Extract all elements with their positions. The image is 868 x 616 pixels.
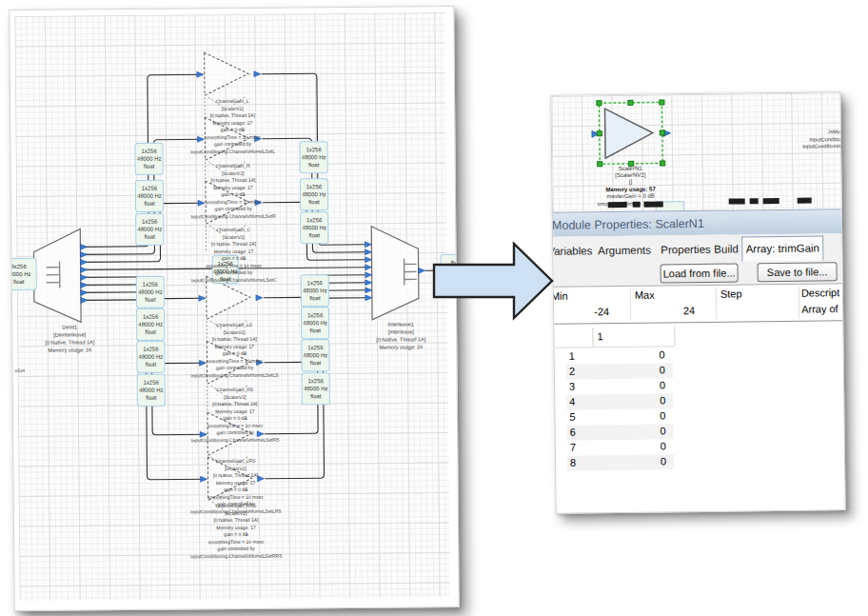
max-value: 24 — [649, 305, 695, 317]
description-value: Array of — [801, 303, 838, 314]
trimgain-cell[interactable]: 0 — [660, 409, 665, 421]
scaler-channelgain-l[interactable] — [205, 52, 248, 95]
trimgain-cell[interactable]: 0 — [660, 394, 665, 406]
step-column-label: Step — [720, 288, 742, 299]
clipped-shape — [750, 198, 759, 204]
trimgain-cell[interactable]: 0 — [660, 379, 665, 390]
tab-build[interactable]: Build — [714, 243, 739, 254]
trimgain-cell[interactable]: 0 — [660, 425, 665, 436]
column-divider — [716, 288, 717, 320]
module-properties-window: ScalerN1 [ScalerNV2] [] Memory usage: 57… — [550, 91, 845, 514]
figure-stage: 8x256 48000 Hz float 8x256 48000 Hz floa… — [0, 0, 868, 616]
wire-type-box-input: 8x256 48000 Hz float — [9, 258, 37, 290]
right-arrow-icon — [434, 244, 552, 318]
column-divider — [799, 287, 799, 319]
array-row: 3 0 — [566, 378, 673, 394]
scalern-triangle[interactable] — [605, 109, 654, 159]
trimgain-cell[interactable]: 0 — [661, 455, 666, 467]
clipped-canvas-text: JsMu InputConditio InputConditionin — [753, 129, 840, 151]
grid-column-header: 1 — [597, 330, 602, 342]
row-index: 4 — [569, 396, 575, 407]
column-divider — [630, 288, 631, 321]
properties-titlebar[interactable]: Module Properties: ScalerN1 — [553, 209, 841, 237]
trimgain-cell[interactable]: 0 — [661, 440, 666, 451]
row-index: 5 — [569, 411, 575, 423]
tab-properties[interactable]: Properties — [661, 244, 711, 256]
deinterleave-module[interactable] — [33, 229, 81, 322]
min-value: -24 — [563, 306, 609, 318]
row-index: 2 — [569, 366, 575, 377]
grid-line — [674, 327, 675, 346]
array-row: 2 0 — [566, 363, 673, 379]
clipped-shape — [644, 201, 663, 207]
clipped-label-fragment: eSet — [15, 368, 25, 373]
scaler-label-ls: ChannelGain_LS [ScalerV2] [0:Native, Thr… — [153, 321, 316, 379]
scalern1-name-lines: ScalerN1 [ScalerNV2] [] — [563, 165, 697, 187]
array-meta-header: Min Max Step Descript -24 24 Array of — [554, 283, 842, 325]
max-column-label: Max — [635, 289, 655, 301]
array-row: 7 0 — [567, 439, 674, 455]
tab-array-trimgain[interactable]: Array: trimGain — [741, 235, 823, 261]
array-row: 1 0 — [566, 348, 673, 364]
interleave-module[interactable] — [371, 226, 419, 319]
save-to-file-button[interactable]: Save to file... — [757, 262, 837, 282]
array-row: 5 0 — [566, 408, 673, 425]
properties-canvas: ScalerN1 [ScalerNV2] [] Memory usage: 57… — [551, 92, 840, 212]
grid-line — [592, 328, 593, 347]
array-row: 4 0 — [566, 393, 673, 409]
transition-arrow — [430, 236, 558, 326]
load-from-file-button[interactable]: Load from file... — [661, 263, 739, 283]
clipped-shape — [729, 198, 745, 204]
clipped-shape — [608, 202, 627, 208]
trimgain-cell[interactable]: 0 — [660, 364, 665, 375]
tab-arguments[interactable]: Arguments — [598, 245, 651, 257]
row-index: 3 — [569, 381, 575, 392]
clipped-shape — [798, 198, 812, 204]
scaler-label-rrs: ChannelGain_RRS [ScalerV2] [0:Native, Th… — [155, 502, 318, 560]
deinterleave-label: Deint1 [Deinterleave] [0:Native, Thread … — [17, 323, 122, 354]
scaler-label-r: ChannelGain_R [ScalerV2] [0:Native, Thre… — [152, 162, 315, 220]
row-index: 1 — [569, 350, 575, 362]
clipped-shape — [633, 202, 641, 208]
scaler-label-c: ChannelGain_C [ScalerV2] [0:Native, Thre… — [152, 226, 315, 284]
description-column-label: Descript — [801, 287, 839, 298]
scaler-label-l: ChannelGain_L [ScalerV2] [0:Native, Thre… — [151, 97, 314, 155]
clipped-shape — [763, 198, 779, 204]
row-index: 6 — [570, 427, 576, 438]
trimgain-cell[interactable]: 0 — [659, 348, 664, 360]
row-index: 8 — [570, 457, 576, 468]
tabs-and-buttons: Variables Arguments Properties Build Arr… — [553, 233, 842, 287]
array-row: 6 0 — [567, 424, 674, 440]
scaler-label-rs: ChannelGain_RS [ScalerV2] [0:Native, Thr… — [154, 386, 317, 444]
designer-canvas-window: 8x256 48000 Hz float 8x256 48000 Hz floa… — [9, 6, 459, 611]
row-index: 7 — [570, 442, 576, 453]
array-row: 8 0 — [567, 454, 674, 470]
